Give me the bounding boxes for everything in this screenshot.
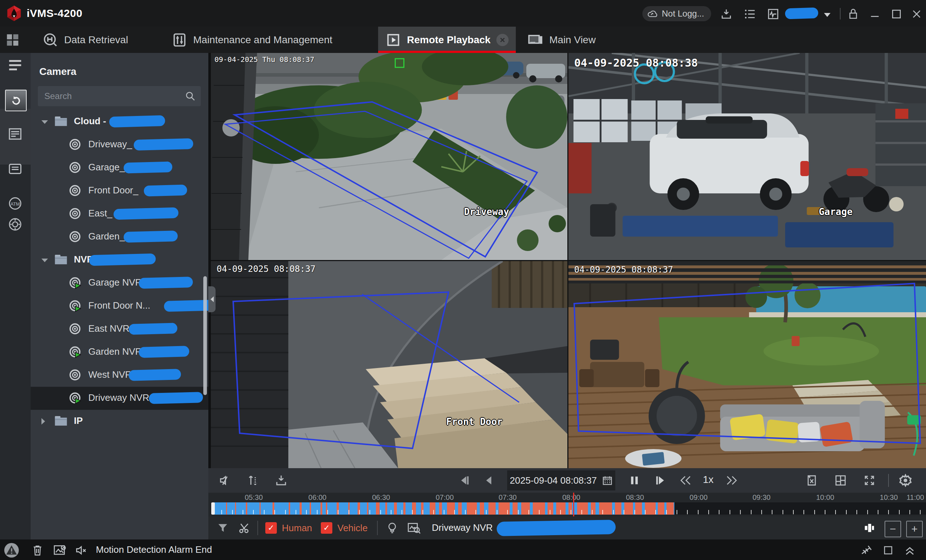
alert-icon[interactable] <box>4 542 20 558</box>
timeline-minor-tick <box>539 510 540 514</box>
tree-item-label: Front Door N... <box>88 300 150 311</box>
volume-muted-icon[interactable] <box>217 472 233 488</box>
event-list-icon[interactable] <box>5 124 25 144</box>
equalizer-icon[interactable] <box>861 520 878 536</box>
smart-search-icon[interactable] <box>406 520 422 536</box>
tree-item-garage[interactable]: Garage_ <box>31 156 208 180</box>
tree-item-nvr[interactable]: NVR <box>31 249 208 272</box>
collapse-up-icon[interactable] <box>902 542 918 558</box>
device-icon[interactable] <box>5 159 25 179</box>
minimize-button[interactable] <box>868 7 882 21</box>
task-list-button[interactable] <box>743 7 757 21</box>
step-back-icon[interactable] <box>481 472 497 488</box>
download-icon[interactable] <box>273 472 289 488</box>
playback-icon[interactable] <box>5 90 27 111</box>
expand-arrow-icon[interactable] <box>41 418 45 424</box>
tree-item-east-nvr[interactable]: East NVR <box>31 318 208 341</box>
maximize-button[interactable] <box>890 7 903 21</box>
search-icon[interactable] <box>185 91 196 101</box>
adjust-icon[interactable] <box>245 472 261 488</box>
timeline-playhead[interactable] <box>573 493 574 516</box>
video-tile-front-door[interactable]: 04-09-2025 08:08:37 Front Door <box>211 261 567 468</box>
tree-item-garden-nvr[interactable]: Garden NVR <box>31 341 208 364</box>
zoom-in-icon[interactable]: + <box>906 521 923 537</box>
timeline-minor-tick <box>550 510 551 514</box>
camera-icon <box>69 162 82 174</box>
tree-scrollbar[interactable] <box>203 276 207 395</box>
title-bar: iVMS-4200 Not Logg... <box>0 0 926 27</box>
zoom-out-icon[interactable]: − <box>885 521 901 537</box>
playback-timeline[interactable]: 05:3006:0006:3007:0007:3008:0008:3009:00… <box>208 493 926 516</box>
search-input[interactable] <box>38 86 201 106</box>
caret-down-icon[interactable] <box>824 13 831 17</box>
tree-item-driveway[interactable]: Driveway_ <box>31 133 208 156</box>
tab-close-icon[interactable] <box>496 34 508 46</box>
video-tile-driveway[interactable]: 09-04-2025 Thu 08:08:37 Driveway <box>211 53 567 260</box>
settings-icon[interactable] <box>897 472 913 488</box>
timeline-minor-tick <box>888 510 889 514</box>
tree-item-label: Garden_ <box>88 231 125 242</box>
restore-icon[interactable] <box>880 542 896 558</box>
expand-arrow-icon[interactable] <box>41 120 48 124</box>
ivms-application-window: iVMS-4200 Not Logg... <box>0 0 926 560</box>
playback-datetime-field[interactable]: 2025-09-04 08:08:37 <box>507 470 615 491</box>
redaction <box>129 323 178 335</box>
tree-item-ip[interactable]: IP <box>31 410 208 433</box>
bulb-icon[interactable] <box>384 520 400 536</box>
panel-collapse-handle[interactable] <box>208 286 216 312</box>
fisheye-icon[interactable] <box>5 214 25 234</box>
vehicle-checkbox[interactable]: ✓ <box>321 522 332 534</box>
tree-item-driveway-nvr[interactable]: Driveway NVR <box>31 387 208 410</box>
expand-arrow-icon[interactable] <box>41 258 48 262</box>
pause-icon[interactable] <box>626 472 642 488</box>
fullscreen-icon[interactable] <box>861 472 878 488</box>
close-button[interactable] <box>910 7 923 21</box>
pin-icon[interactable] <box>859 542 875 558</box>
tab-main-view[interactable]: Main View <box>527 27 596 53</box>
menu-icon[interactable] <box>5 55 25 75</box>
timeline-track[interactable] <box>211 503 926 515</box>
video-camera-label: Driveway <box>464 206 509 217</box>
video-tile-backyard[interactable]: 04-09-2025 08:08:37 <box>569 261 926 468</box>
modules-grid-button[interactable] <box>5 32 20 48</box>
download-center-button[interactable] <box>719 7 733 21</box>
tree-item-front-door-nvr[interactable]: Front Door N... <box>31 294 208 318</box>
tree-item-east[interactable]: East_ <box>31 202 208 225</box>
atm-icon[interactable]: ATM <box>5 193 25 214</box>
fast-forward-icon[interactable] <box>724 472 740 488</box>
window-division-icon[interactable] <box>833 472 849 488</box>
svg-text:ATM: ATM <box>11 201 20 207</box>
tab-label: Main View <box>549 34 596 46</box>
timeline-alarm-segment <box>300 503 302 515</box>
tree-item-label: Front Door_ <box>88 185 138 196</box>
tree-item-garage-nvr[interactable]: Garage NVR <box>31 272 208 294</box>
tab-maintenance-and-management[interactable]: Maintenance and Management <box>172 27 332 53</box>
filter-icon[interactable] <box>215 520 231 536</box>
trash-icon[interactable] <box>30 542 45 558</box>
human-checkbox[interactable]: ✓ <box>265 522 277 534</box>
tab-remote-playback[interactable]: Remote Playback <box>378 27 516 53</box>
tree-item-front-door[interactable]: Front Door_ <box>31 180 208 202</box>
tab-data-retrieval[interactable]: Data Retrieval <box>42 27 128 53</box>
speaker-muted-icon[interactable] <box>73 542 89 558</box>
timeline-start-handle[interactable] <box>211 503 215 515</box>
video-tile-garage[interactable]: 04-09-2025 08:08:38 Garage <box>569 53 926 260</box>
tab-label: Data Retrieval <box>64 34 128 46</box>
calendar-icon[interactable] <box>602 475 613 486</box>
close-all-icon[interactable] <box>804 472 820 488</box>
camera-icon <box>69 300 82 312</box>
lock-button[interactable] <box>846 7 860 21</box>
step-forward-icon[interactable] <box>652 472 668 488</box>
tree-item-label: Driveway_ <box>88 139 132 150</box>
no-image-icon[interactable] <box>52 542 68 558</box>
tree-item-west-nvr[interactable]: West NVR <box>31 364 208 387</box>
rewind-icon[interactable] <box>678 472 693 488</box>
system-monitor-button[interactable] <box>766 7 780 21</box>
playback-speed-label[interactable]: 1x <box>703 474 714 486</box>
login-status-label: Not Logg... <box>662 9 704 19</box>
tree-item-garden[interactable]: Garden_ <box>31 225 208 249</box>
tree-item-cloud[interactable]: Cloud - <box>31 110 208 133</box>
clip-icon[interactable] <box>236 520 252 536</box>
previous-frame-icon[interactable] <box>456 472 472 488</box>
login-status-button[interactable]: Not Logg... <box>642 6 711 21</box>
